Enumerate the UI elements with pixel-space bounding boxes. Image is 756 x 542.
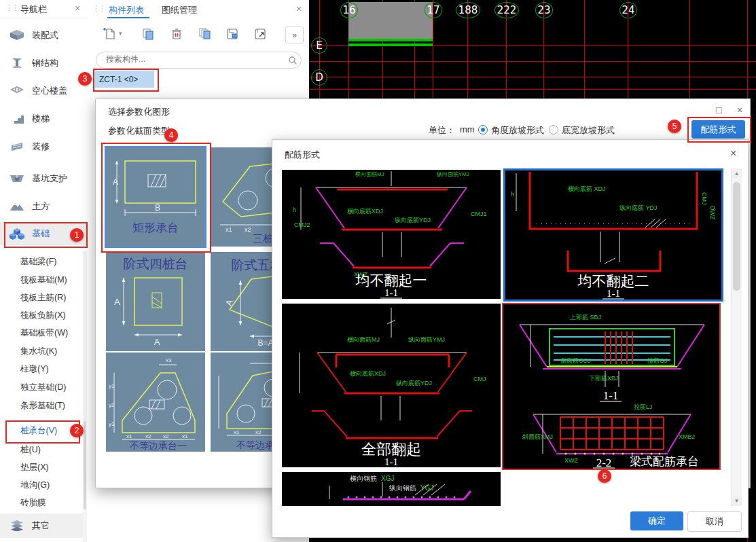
sidebar-item-prefab[interactable]: 装配式 [0, 22, 87, 49]
sidebar-item-raft-neg-rebar[interactable]: 筏板负筋(X) [0, 306, 87, 324]
delete-component-button[interactable] [168, 25, 185, 43]
radio-angle-slope-label[interactable]: 角度放坡形式 [491, 124, 544, 137]
sidebar-item-cushion[interactable]: 垫层(X) [0, 458, 87, 476]
rebar-option-no-flip-one[interactable]: 横向面筋MJ 纵向面筋YMJ h 横向底筋XDJ 纵向底筋YDJ CMJ2 CM… [282, 170, 501, 299]
grid-line [689, 0, 690, 98]
svg-text:横向底筋 XDJ: 横向底筋 XDJ [568, 185, 606, 192]
sidebar-item-steel[interactable]: 钢结构 [0, 50, 87, 77]
selected-region-fill [348, 2, 433, 39]
sidebar-item-brick-mold[interactable]: 砖胎膜 [0, 494, 87, 511]
search-icon[interactable] [288, 56, 298, 65]
sidebar-scroll-thumb[interactable] [84, 421, 86, 509]
rebar-option-partial[interactable]: 横向钢筋 XGJ 纵向钢筋 YGJ [282, 472, 501, 506]
svg-text:x2: x2 [245, 226, 251, 233]
new-document-icon [103, 27, 116, 41]
sidebar-item-strip-foundation[interactable]: 条形基础(T) [0, 397, 87, 414]
component-list-item-zct1[interactable]: ZCT-1 <0> [95, 71, 154, 88]
new-component-button[interactable] [101, 25, 118, 43]
svg-text:纵向底筋YDJ: 纵向底筋YDJ [395, 217, 431, 223]
svg-text:y2: y2 [109, 402, 115, 408]
svg-text:x3: x3 [166, 357, 172, 363]
rebar-option-beam-type[interactable]: 上部筋 SBJ 侧面筋CCJ 箍筋GJ 下部筋XBJ 1-1 拉筋LJ [502, 303, 721, 470]
axis-bubble: E [311, 37, 327, 54]
tab-component-list[interactable]: 构件列表 [109, 4, 144, 16]
sidebar-item-earthwork[interactable]: 土方 [0, 193, 87, 220]
extract-component-button[interactable] [251, 25, 269, 43]
sidebar-item-raft-foundation[interactable]: 筏板基础(M) [0, 271, 87, 289]
copy-component-button[interactable] [139, 25, 157, 43]
close-icon[interactable]: × [75, 3, 80, 14]
maximize-icon[interactable]: □ [716, 105, 721, 115]
hatch-symbol [148, 175, 166, 187]
rebar-form-button[interactable]: 配筋形式 [691, 120, 745, 139]
more-tools-button[interactable]: » [285, 26, 304, 43]
dialog-title: 配筋形式 [285, 149, 320, 161]
tile-unequal-side-cap-one[interactable]: x3 y1 y2 y3 x1 x2 x2 x1 不等边承台一 [106, 353, 205, 452]
store-component-button[interactable] [223, 25, 241, 43]
sidebar-item-pier[interactable]: 柱墩(Y) [0, 360, 87, 378]
section-label: 1-1 [603, 389, 619, 402]
axis-bubble: 17 [425, 2, 442, 18]
scroll-up-icon[interactable]: ▲ [732, 168, 742, 179]
dim-a2-label: A [154, 337, 160, 347]
close-icon[interactable]: × [730, 147, 736, 160]
drag-handle-icon[interactable]: ⋮⋮ [92, 4, 105, 13]
sidebar-item-trench[interactable]: 地沟(G) [0, 476, 87, 494]
rebar-option-no-flip-two[interactable]: h 横向底筋 XDJ 纵向底筋 YDJ CMJ DWZ 均不翻起二 1-1 [503, 168, 723, 302]
svg-text:CMJ2: CMJ2 [294, 221, 310, 228]
svg-text:CMJ1: CMJ1 [471, 211, 487, 217]
sidebar-item-other[interactable]: 其它 [0, 513, 87, 538]
sidebar-title: 导航栏 [20, 3, 47, 16]
dim-b-label: B [155, 203, 160, 213]
svg-text:纵向面筋YMJ: 纵向面筋YMJ [437, 171, 469, 177]
sidebar-item-independent-foundation[interactable]: 独立基础(D) [0, 378, 87, 396]
dialog-scrollbar[interactable]: ▲ ▼ [731, 168, 742, 506]
app-window: 16 17 188 222 23 24 E D ⋮⋮ 导航栏 × 装配式 钢结构… [0, 0, 756, 542]
tile-stepped-four-pile-cap[interactable]: 阶式四桩台 A A [106, 252, 205, 351]
svg-text:XWZ: XWZ [564, 457, 578, 464]
rebar-option-all-flip[interactable]: 横向面筋MJ 纵向面筋YMJ 横向底筋XDJ 纵向底筋YDJ CMJ 全部翻起 … [282, 304, 501, 467]
cancel-button[interactable]: 取消 [687, 511, 742, 532]
close-icon[interactable]: × [737, 105, 742, 115]
sidebar-item-raft-main-rebar[interactable]: 筏板主筋(R) [0, 289, 87, 306]
grid-line-d [309, 77, 756, 77]
close-icon[interactable]: × [296, 3, 302, 14]
search-input[interactable] [105, 54, 277, 65]
svg-text:CMJ: CMJ [473, 376, 486, 382]
tile-rect-pile-cap[interactable]: A B 矩形承台 [106, 147, 205, 247]
svg-text:y1: y1 [109, 383, 115, 389]
sidebar-item-decoration[interactable]: 装修 [0, 133, 87, 160]
layers-copy-icon [198, 27, 212, 41]
drag-handle-icon[interactable]: ⋮⋮ [5, 3, 18, 12]
section-label: 1-1 [384, 287, 398, 298]
batch-copy-button[interactable] [196, 25, 214, 43]
axis-bubble: 16 [340, 2, 358, 18]
ok-button[interactable]: 确定 [630, 511, 683, 530]
axis-bubble: 222 [494, 2, 519, 18]
active-tab-underline [107, 17, 149, 18]
radio-angle-slope[interactable] [478, 125, 488, 134]
caret-down-icon[interactable]: ▾ [119, 30, 122, 37]
sidebar-item-foundation-strip[interactable]: 基础板带(W) [0, 324, 87, 342]
sidebar-item-pile[interactable]: 桩(U) [0, 441, 87, 458]
tab-drawing-management[interactable]: 图纸管理 [162, 4, 197, 16]
tile-caption: 阶式四桩台 [124, 257, 188, 271]
export-arrow-icon [253, 27, 267, 41]
sidebar-item-foundation-beam[interactable]: 基础梁(F) [0, 253, 87, 270]
sidebar-item-hollow-slab[interactable]: 空心楼盖 [0, 77, 87, 105]
svg-text:XMBJ: XMBJ [679, 433, 695, 440]
scroll-thumb[interactable] [733, 182, 740, 291]
sidebar-item-sump[interactable]: 集水坑(K) [0, 342, 87, 360]
svg-text:斜面筋XMJ: 斜面筋XMJ [522, 433, 553, 440]
svg-text:x2: x2 [255, 429, 262, 435]
svg-text:横向底筋XDJ: 横向底筋XDJ [350, 370, 386, 377]
sidebar-item-pit-support[interactable]: 基坑支护 [0, 165, 87, 192]
svg-text:y3: y3 [109, 421, 115, 427]
scroll-down-icon[interactable]: ▼ [732, 496, 742, 506]
radio-bottom-width-slope[interactable] [549, 125, 558, 134]
sidebar-item-stairs[interactable]: 楼梯 [0, 105, 87, 132]
svg-text:DWZ: DWZ [709, 206, 716, 220]
radio-bottom-width-slope-label[interactable]: 底宽放坡形式 [562, 124, 615, 137]
svg-text:侧面筋CCJ: 侧面筋CCJ [560, 357, 591, 364]
svg-text:CMJ: CMJ [701, 192, 708, 205]
